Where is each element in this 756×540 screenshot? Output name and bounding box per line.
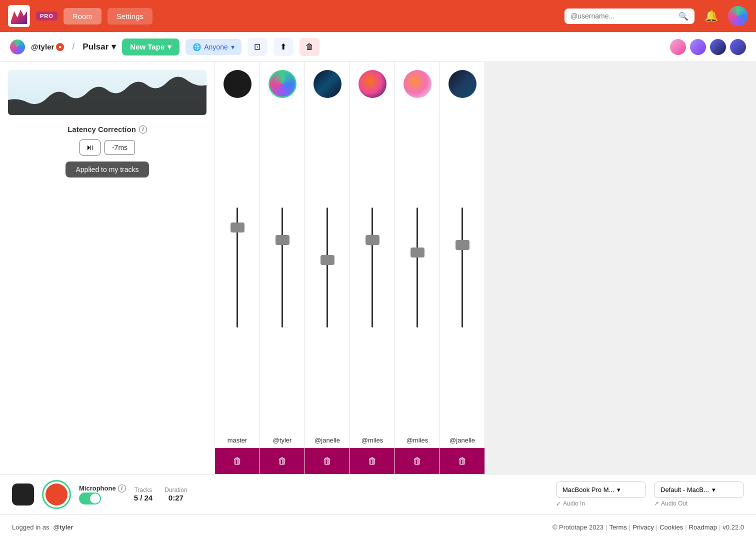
waveform-display xyxy=(8,70,206,115)
terms-link[interactable]: Terms xyxy=(609,524,626,531)
user-avatar[interactable] xyxy=(728,6,748,26)
fader-thumb-tyler[interactable] xyxy=(276,235,290,245)
track-delete-janelle2[interactable]: 🗑 xyxy=(440,448,484,474)
track-fader-area-miles1 xyxy=(350,102,394,432)
swatch-purple[interactable] xyxy=(690,39,706,55)
mic-label-group: Microphone i xyxy=(79,484,126,504)
version-label: v0.22.0 xyxy=(722,524,744,531)
track-delete-miles1[interactable]: 🗑 xyxy=(350,448,394,474)
latency-title: Latency Correction i xyxy=(68,125,147,134)
project-select-button[interactable]: Pulsar ▾ xyxy=(82,42,116,52)
fader-track-master xyxy=(236,208,238,328)
trash-icon-tyler: 🗑 xyxy=(278,456,287,466)
microphone-section: Microphone i xyxy=(79,484,126,504)
microphone-toggle[interactable] xyxy=(79,492,101,504)
latency-section: Latency Correction i ⏯ -7ms Applied to m… xyxy=(8,125,206,178)
delete-button[interactable]: 🗑 xyxy=(300,38,320,56)
logged-in-label: Logged in as xyxy=(12,524,49,531)
track-label-tyler: @tyler xyxy=(271,432,294,448)
duration-stat: Duration 0:27 xyxy=(164,486,187,502)
footer-username: @tyler xyxy=(53,524,73,531)
search-icon: 🔍 xyxy=(678,12,688,21)
swatch-blue-purple[interactable] xyxy=(730,39,746,55)
swatch-dark-blue[interactable] xyxy=(710,39,726,55)
export-button[interactable]: ⬆ xyxy=(274,38,294,56)
fader-track-miles1 xyxy=(372,208,373,328)
track-fader-area-tyler xyxy=(260,102,304,432)
fader-track-janelle2 xyxy=(462,208,463,328)
info-icon[interactable]: i xyxy=(139,126,147,134)
fader-thumb-janelle1[interactable] xyxy=(320,255,334,265)
latency-play-button[interactable]: ⏯ xyxy=(80,140,100,156)
fader-track-miles2 xyxy=(416,208,418,328)
mixer-track-miles1: @miles 🗑 xyxy=(350,62,395,474)
track-label-janelle2: @janelle xyxy=(448,432,477,448)
track-avatar-miles1 xyxy=(358,70,386,98)
mixer-track-master: master 🗑 xyxy=(215,62,260,474)
copy-button[interactable]: ⊡ xyxy=(248,38,268,56)
cookies-link[interactable]: Cookies xyxy=(660,524,683,531)
search-input[interactable] xyxy=(570,12,674,20)
chevron-down-icon-input: ▾ xyxy=(617,486,620,494)
track-delete-miles2[interactable]: 🗑 xyxy=(395,448,440,474)
verified-dot: ● xyxy=(56,43,64,51)
track-fader-area-janelle2 xyxy=(440,102,484,432)
username-label: @tyler ● xyxy=(31,42,64,51)
mixer-panel: master 🗑 @tyler 🗑 xyxy=(215,62,756,474)
top-nav: PRO Room Settings 🔍 🔔 xyxy=(0,0,756,32)
track-avatar-janelle1 xyxy=(314,70,342,98)
output-device-group: Default - MacB... ▾ ↗ Audio Out xyxy=(654,482,744,507)
mixer-tracks: master 🗑 @tyler 🗑 xyxy=(215,62,756,474)
export-icon: ⬆ xyxy=(280,42,286,52)
mic-label: Microphone i xyxy=(79,484,126,492)
trash-icon-miles2: 🗑 xyxy=(413,456,422,466)
chevron-down-icon: ▾ xyxy=(112,42,116,52)
fader-thumb-master[interactable] xyxy=(230,222,244,232)
tracks-stat: Tracks 5 / 24 xyxy=(134,486,153,502)
stop-button[interactable] xyxy=(12,484,34,506)
fader-thumb-miles1[interactable] xyxy=(366,235,380,245)
track-avatar-janelle2 xyxy=(448,70,476,98)
trash-icon-janelle1: 🗑 xyxy=(323,456,332,466)
audio-out-label: ↗ Audio Out xyxy=(654,500,688,507)
privacy-link[interactable]: Privacy xyxy=(632,524,654,531)
anyone-button[interactable]: 🌐 Anyone ▾ xyxy=(186,39,241,55)
track-avatar-tyler xyxy=(268,70,296,98)
track-delete-master[interactable]: 🗑 xyxy=(215,448,260,474)
notifications-button[interactable]: 🔔 xyxy=(700,8,722,24)
record-button-outer[interactable] xyxy=(42,480,71,509)
settings-nav-button[interactable]: Settings xyxy=(108,8,152,24)
record-button[interactable] xyxy=(46,484,68,506)
mixer-track-janelle2: @janelle 🗑 xyxy=(440,62,485,474)
audio-in-icon: ↙ xyxy=(556,500,561,507)
room-nav-button[interactable]: Room xyxy=(64,8,102,24)
fader-track-tyler xyxy=(282,208,283,328)
roadmap-link[interactable]: Roadmap xyxy=(689,524,717,531)
logo xyxy=(8,5,30,27)
fader-thumb-miles2[interactable] xyxy=(410,248,424,258)
mixer-track-tyler: @tyler 🗑 xyxy=(260,62,305,474)
left-panel: Latency Correction i ⏯ -7ms Applied to m… xyxy=(0,62,215,474)
swatch-pink[interactable] xyxy=(670,39,686,55)
output-device-select[interactable]: Default - MacB... ▾ xyxy=(654,482,744,498)
mic-info-icon[interactable]: i xyxy=(118,484,126,492)
mixer-track-miles2: @miles 🗑 xyxy=(395,62,440,474)
latency-controls: ⏯ -7ms xyxy=(80,140,135,156)
track-delete-tyler[interactable]: 🗑 xyxy=(260,448,304,474)
bottom-bar: Microphone i Tracks 5 / 24 Duration 0:27… xyxy=(0,474,756,514)
globe-icon: 🌐 xyxy=(192,43,201,51)
fader-thumb-janelle2[interactable] xyxy=(456,240,470,250)
input-device-select[interactable]: MacBook Pro M... ▾ xyxy=(556,482,646,498)
search-bar: 🔍 xyxy=(564,8,694,24)
audio-out-icon: ↗ xyxy=(654,500,659,507)
pro-badge: PRO xyxy=(36,12,58,20)
copyright: © Prototape 2023 xyxy=(552,524,604,531)
track-label-miles1: @miles xyxy=(360,432,386,448)
track-delete-janelle1[interactable]: 🗑 xyxy=(305,448,350,474)
track-fader-area-miles2 xyxy=(395,102,440,432)
trash-icon: 🗑 xyxy=(306,42,314,52)
audio-in-label: ↙ Audio In xyxy=(556,500,585,507)
stats-section: Tracks 5 / 24 Duration 0:27 xyxy=(134,486,188,502)
new-tape-button[interactable]: New Tape ▾ xyxy=(122,38,180,56)
track-avatar-master xyxy=(224,70,252,98)
